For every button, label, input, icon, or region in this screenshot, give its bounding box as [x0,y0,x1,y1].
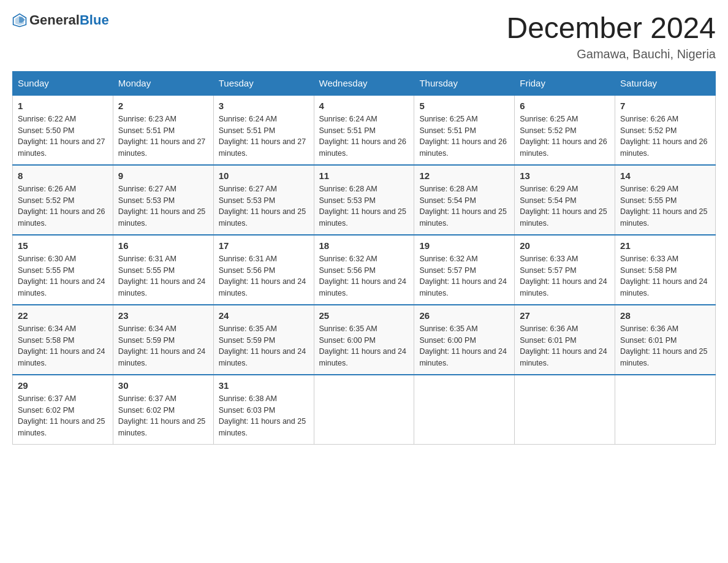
day-info: Sunrise: 6:23 AMSunset: 5:51 PMDaylight:… [118,115,205,158]
table-row: 10 Sunrise: 6:27 AMSunset: 5:53 PMDaylig… [213,165,314,235]
day-number: 3 [219,101,309,111]
table-row: 17 Sunrise: 6:31 AMSunset: 5:56 PMDaylig… [213,235,314,305]
table-row: 16 Sunrise: 6:31 AMSunset: 5:55 PMDaylig… [113,235,213,305]
day-info: Sunrise: 6:28 AMSunset: 5:54 PMDaylight:… [419,185,506,228]
day-number: 28 [620,310,710,321]
day-number: 21 [620,240,710,251]
day-info: Sunrise: 6:34 AMSunset: 5:59 PMDaylight:… [118,324,205,367]
day-number: 17 [219,240,309,251]
logo: GeneralBlue [12,12,109,28]
table-row: 13 Sunrise: 6:29 AMSunset: 5:54 PMDaylig… [515,165,615,235]
day-info: Sunrise: 6:24 AMSunset: 5:51 PMDaylight:… [319,115,406,158]
day-number: 16 [118,240,208,251]
day-number: 14 [620,170,710,181]
day-info: Sunrise: 6:37 AMSunset: 6:02 PMDaylight:… [18,394,105,437]
day-info: Sunrise: 6:30 AMSunset: 5:55 PMDaylight:… [18,255,105,297]
day-info: Sunrise: 6:35 AMSunset: 6:00 PMDaylight:… [419,324,506,367]
col-thursday: Thursday [414,71,515,95]
table-row: 7 Sunrise: 6:26 AMSunset: 5:52 PMDayligh… [615,95,716,165]
col-friday: Friday [515,71,615,95]
table-row: 5 Sunrise: 6:25 AMSunset: 5:51 PMDayligh… [414,95,515,165]
table-row: 15 Sunrise: 6:30 AMSunset: 5:55 PMDaylig… [13,235,113,305]
day-info: Sunrise: 6:33 AMSunset: 5:58 PMDaylight:… [620,255,707,297]
page-header: GeneralBlue December 2024 Gamawa, Bauchi… [12,12,716,61]
day-info: Sunrise: 6:31 AMSunset: 5:55 PMDaylight:… [118,255,205,297]
day-info: Sunrise: 6:32 AMSunset: 5:57 PMDaylight:… [419,255,506,297]
table-row: 8 Sunrise: 6:26 AMSunset: 5:52 PMDayligh… [13,165,113,235]
day-number: 25 [319,310,409,321]
logo-blue-text: Blue [80,12,109,28]
col-saturday: Saturday [615,71,716,95]
table-row: 19 Sunrise: 6:32 AMSunset: 5:57 PMDaylig… [414,235,515,305]
table-row: 20 Sunrise: 6:33 AMSunset: 5:57 PMDaylig… [515,235,615,305]
day-info: Sunrise: 6:22 AMSunset: 5:50 PMDaylight:… [18,115,105,158]
calendar-table: Sunday Monday Tuesday Wednesday Thursday… [12,71,716,445]
day-info: Sunrise: 6:32 AMSunset: 5:56 PMDaylight:… [319,255,406,297]
day-number: 23 [118,310,208,321]
table-row [615,375,716,445]
day-info: Sunrise: 6:25 AMSunset: 5:51 PMDaylight:… [419,115,506,158]
day-info: Sunrise: 6:37 AMSunset: 6:02 PMDaylight:… [118,394,205,437]
table-row: 22 Sunrise: 6:34 AMSunset: 5:58 PMDaylig… [13,305,113,375]
col-monday: Monday [113,71,213,95]
day-info: Sunrise: 6:36 AMSunset: 6:01 PMDaylight:… [620,324,707,367]
day-number: 19 [419,240,509,251]
col-tuesday: Tuesday [213,71,314,95]
table-row: 28 Sunrise: 6:36 AMSunset: 6:01 PMDaylig… [615,305,716,375]
calendar-header: Sunday Monday Tuesday Wednesday Thursday… [13,71,716,95]
logo-icon [12,13,27,28]
day-number: 29 [18,380,108,391]
day-info: Sunrise: 6:35 AMSunset: 5:59 PMDaylight:… [219,324,306,367]
day-info: Sunrise: 6:25 AMSunset: 5:52 PMDaylight:… [520,115,607,158]
calendar-week-row: 1 Sunrise: 6:22 AMSunset: 5:50 PMDayligh… [13,95,716,165]
day-number: 20 [520,240,610,251]
day-number: 15 [18,240,108,251]
day-number: 18 [319,240,409,251]
col-wednesday: Wednesday [314,71,414,95]
day-info: Sunrise: 6:27 AMSunset: 5:53 PMDaylight:… [118,185,205,228]
logo-general-text: General [29,12,80,28]
day-number: 8 [18,170,108,181]
table-row: 2 Sunrise: 6:23 AMSunset: 5:51 PMDayligh… [113,95,213,165]
day-number: 2 [118,101,208,111]
table-row: 3 Sunrise: 6:24 AMSunset: 5:51 PMDayligh… [213,95,314,165]
table-row: 18 Sunrise: 6:32 AMSunset: 5:56 PMDaylig… [314,235,414,305]
day-number: 1 [18,101,108,111]
day-number: 24 [219,310,309,321]
header-row: Sunday Monday Tuesday Wednesday Thursday… [13,71,716,95]
day-number: 31 [219,380,309,391]
table-row: 21 Sunrise: 6:33 AMSunset: 5:58 PMDaylig… [615,235,716,305]
day-info: Sunrise: 6:29 AMSunset: 5:54 PMDaylight:… [520,185,607,228]
day-number: 12 [419,170,509,181]
table-row: 12 Sunrise: 6:28 AMSunset: 5:54 PMDaylig… [414,165,515,235]
table-row: 26 Sunrise: 6:35 AMSunset: 6:00 PMDaylig… [414,305,515,375]
table-row: 11 Sunrise: 6:28 AMSunset: 5:53 PMDaylig… [314,165,414,235]
day-info: Sunrise: 6:24 AMSunset: 5:51 PMDaylight:… [219,115,306,158]
table-row: 6 Sunrise: 6:25 AMSunset: 5:52 PMDayligh… [515,95,615,165]
day-info: Sunrise: 6:36 AMSunset: 6:01 PMDaylight:… [520,324,607,367]
day-number: 6 [520,101,610,111]
day-number: 9 [118,170,208,181]
day-info: Sunrise: 6:26 AMSunset: 5:52 PMDaylight:… [620,115,707,158]
day-number: 22 [18,310,108,321]
calendar-week-row: 22 Sunrise: 6:34 AMSunset: 5:58 PMDaylig… [13,305,716,375]
day-info: Sunrise: 6:33 AMSunset: 5:57 PMDaylight:… [520,255,607,297]
table-row: 31 Sunrise: 6:38 AMSunset: 6:03 PMDaylig… [213,375,314,445]
day-info: Sunrise: 6:27 AMSunset: 5:53 PMDaylight:… [219,185,306,228]
svg-marker-2 [19,17,25,23]
title-block: December 2024 Gamawa, Bauchi, Nigeria [506,12,716,61]
table-row: 23 Sunrise: 6:34 AMSunset: 5:59 PMDaylig… [113,305,213,375]
day-info: Sunrise: 6:26 AMSunset: 5:52 PMDaylight:… [18,185,105,228]
day-number: 27 [520,310,610,321]
table-row [515,375,615,445]
table-row: 4 Sunrise: 6:24 AMSunset: 5:51 PMDayligh… [314,95,414,165]
table-row: 25 Sunrise: 6:35 AMSunset: 6:00 PMDaylig… [314,305,414,375]
day-info: Sunrise: 6:35 AMSunset: 6:00 PMDaylight:… [319,324,406,367]
day-info: Sunrise: 6:38 AMSunset: 6:03 PMDaylight:… [219,394,306,437]
day-number: 11 [319,170,409,181]
table-row [314,375,414,445]
calendar-body: 1 Sunrise: 6:22 AMSunset: 5:50 PMDayligh… [13,95,716,445]
table-row: 14 Sunrise: 6:29 AMSunset: 5:55 PMDaylig… [615,165,716,235]
calendar-week-row: 15 Sunrise: 6:30 AMSunset: 5:55 PMDaylig… [13,235,716,305]
day-number: 30 [118,380,208,391]
